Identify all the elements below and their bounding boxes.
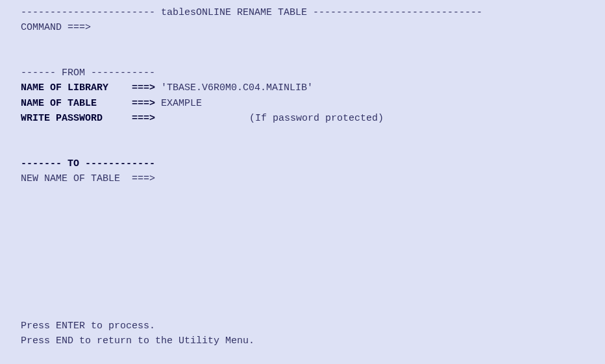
panel-title: ----------------------- tablesONLINE REN…: [0, 5, 605, 20]
library-row: NAME OF LIBRARY ===> 'TBASE.V6R0M0.C04.M…: [0, 80, 605, 95]
password-label: WRITE PASSWORD ===>: [21, 113, 155, 124]
end-hint: Press END to return to the Utility Menu.: [0, 334, 254, 348]
to-divider-right: ------------: [79, 158, 155, 169]
table-row: NAME OF TABLE ===> EXAMPLE: [0, 96, 605, 111]
new-table-row: NEW NAME OF TABLE ===>: [0, 171, 605, 186]
table-label: NAME OF TABLE ===>: [21, 98, 155, 109]
library-label: NAME OF LIBRARY ===>: [21, 82, 155, 93]
command-line[interactable]: COMMAND ===>: [0, 20, 605, 35]
new-table-label: NEW NAME OF TABLE ===>: [21, 173, 155, 184]
from-section-divider: ------ FROM -----------: [0, 66, 605, 80]
enter-hint: Press ENTER to process.: [0, 319, 254, 334]
table-input[interactable]: EXAMPLE: [155, 96, 202, 111]
to-section-divider: ------- TO ------------: [0, 156, 605, 171]
to-divider-left: -------: [21, 158, 68, 169]
password-row: WRITE PASSWORD ===> (If password protect…: [0, 111, 605, 126]
library-input[interactable]: 'TBASE.V6R0M0.C04.MAINLIB': [155, 80, 313, 95]
password-hint: (If password protected): [162, 113, 384, 124]
to-divider-title: TO: [68, 158, 79, 169]
command-label: COMMAND ===>: [21, 22, 91, 33]
